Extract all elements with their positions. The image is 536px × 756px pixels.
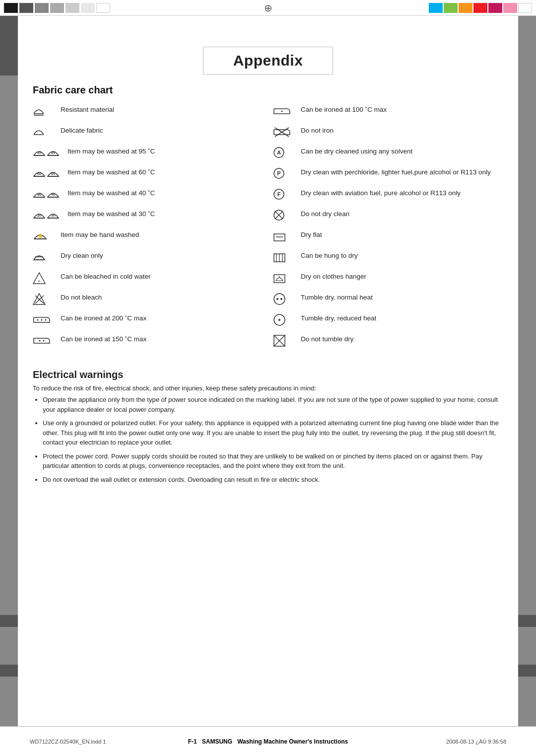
care-icon-notumble — [273, 333, 301, 347]
wash95-icon1: 95 — [33, 147, 46, 158]
dryflat-icon — [273, 230, 286, 242]
svg-point-34 — [281, 111, 283, 112]
swatch-pink — [503, 3, 517, 13]
care-item-dryclean-any: A Can be dry cleaned using any solvent — [273, 146, 503, 162]
care-label-iron200: Can be ironed at 200 ˚C max — [61, 312, 146, 323]
care-icon-resistant — [33, 104, 61, 116]
swatch-cyan — [429, 3, 443, 13]
footer-brand: SAMSUNG — [202, 738, 232, 745]
swatch-pale-gray — [66, 3, 79, 13]
care-label-dryclean: Dry clean only — [61, 250, 103, 260]
care-icon-hungdry — [273, 250, 301, 263]
wash40-icon1: 40 — [33, 188, 46, 200]
electrical-bullet-1: Operate the appliance only from the type… — [43, 395, 503, 414]
care-item-delicate: Delicate fabric — [33, 125, 263, 142]
svg-point-54 — [276, 298, 278, 300]
tumble-reduced-icon — [273, 313, 286, 326]
left-sidebar — [0, 16, 18, 726]
right-sidebar-mid — [518, 615, 536, 627]
svg-text:F: F — [277, 191, 281, 197]
care-item-nobleach: Do not bleach — [33, 292, 263, 308]
left-sidebar-mid — [0, 615, 18, 627]
wash60-icon2: 60 — [47, 167, 60, 179]
care-icon-iron100 — [273, 104, 301, 117]
care-icon-wash60: 60 60 — [33, 166, 67, 179]
care-item-dryclean: Dry clean only — [33, 250, 263, 267]
care-label-dryclean-f: Dry clean with aviation fuel, pure alcoh… — [301, 187, 461, 198]
page-footer: WD7122CZ-02540K_EN.indd 1 F-1 SAMSUNG Wa… — [0, 726, 536, 756]
crosshair-icon: ⊕ — [264, 2, 272, 14]
svg-rect-46 — [274, 234, 285, 241]
swatch-dark-gray — [19, 3, 33, 13]
care-label-nobleach: Do not bleach — [61, 292, 102, 302]
care-right-col: Can be ironed at 100 ˚C max Do not iron — [273, 104, 503, 354]
svg-point-53 — [274, 294, 285, 304]
care-icon-tumble-reduced — [273, 312, 301, 326]
care-item-bleachcold: o Can be bleached in cold water — [33, 271, 263, 288]
care-label-noiron: Do not iron — [301, 125, 334, 135]
iron150-icon — [33, 334, 51, 346]
care-item-hungdry: Can be hung to dry — [273, 250, 503, 267]
svg-text:30: 30 — [37, 214, 41, 217]
care-icon-tumble-normal — [273, 292, 301, 305]
fabric-care-title: Fabric care chart — [33, 84, 503, 96]
handwash-icon: ✋ — [33, 230, 48, 242]
resistant-icon — [33, 105, 45, 116]
care-label-delicate: Delicate fabric — [61, 125, 103, 135]
right-sidebar — [518, 16, 536, 726]
care-item-wash40: 40 40 Item may be washed at 40 ˚C — [33, 187, 263, 204]
care-item-dryclean-f: F Dry clean with aviation fuel, pure alc… — [273, 187, 503, 204]
wash60-icon1: 60 — [33, 167, 46, 179]
tumble-normal-icon — [273, 293, 286, 305]
nodryclean-icon — [273, 209, 285, 221]
care-item-resistant: Resistant material — [33, 104, 263, 121]
hungdry-icon — [273, 251, 286, 263]
care-label-tumble-normal: Tumble dry, normal heat — [301, 292, 373, 302]
care-icon-wash95: 95 95 — [33, 146, 67, 158]
care-item-notumble: Do not tumble dry — [273, 333, 503, 350]
swatch-light-gray — [50, 3, 64, 13]
wash95-icon2: 95 — [47, 147, 60, 158]
care-item-tumble-reduced: Tumble dry, reduced heat — [273, 312, 503, 329]
electrical-intro: To reduce the risk of fire, electrical s… — [33, 384, 503, 392]
care-item-iron200: Can be ironed at 200 ˚C max — [33, 312, 263, 329]
care-label-dryclean-p: Dry clean with perchloride, lighter fuel… — [301, 166, 491, 177]
svg-text:60: 60 — [37, 172, 41, 175]
swatch-green — [444, 3, 458, 13]
care-icon-dryclean-f: F — [273, 187, 301, 200]
svg-text:40: 40 — [37, 193, 41, 196]
left-swatches — [0, 0, 208, 15]
care-icon-dryclean-any: A — [273, 146, 301, 158]
swatch-red — [473, 3, 487, 13]
svg-text:40: 40 — [51, 193, 55, 196]
footer-date-info: 2008-08-13 ¿ÀÙ 9:36:58 — [358, 739, 506, 745]
care-icon-nobleach — [33, 292, 61, 305]
care-item-dryflat: Dry flat — [273, 229, 503, 246]
care-label-dryclean-any: Can be dry cleaned using any solvent — [301, 146, 412, 156]
top-color-bar: ⊕ — [0, 0, 536, 16]
care-icon-iron150 — [33, 333, 61, 346]
svg-rect-52 — [274, 275, 285, 283]
wash40-icon2: 40 — [47, 188, 60, 200]
care-icon-dryflat — [273, 229, 301, 242]
svg-point-29 — [37, 319, 39, 321]
svg-text:✋: ✋ — [38, 233, 44, 239]
care-item-wash30: 30 30 Item may be washed at 30 ˚C — [33, 208, 263, 225]
svg-point-55 — [280, 298, 282, 300]
care-item-nodryclean: Do not dry clean — [273, 208, 503, 225]
svg-text:60: 60 — [51, 172, 55, 175]
care-icon-hangerdry — [273, 271, 301, 284]
hangerdry-icon — [273, 272, 286, 284]
footer-doc-title: Washing Machine Owner's Instructions — [237, 738, 348, 745]
left-sidebar-bot — [0, 665, 18, 677]
right-sidebar-bot — [518, 665, 536, 677]
swatch-orange — [459, 3, 472, 13]
notumble-icon — [273, 334, 286, 347]
swatch-mid-gray — [35, 3, 49, 13]
svg-point-33 — [43, 340, 45, 342]
care-icon-wash40: 40 40 — [33, 187, 67, 200]
svg-text:A: A — [277, 150, 281, 155]
care-item-tumble-normal: Tumble dry, normal heat — [273, 292, 503, 308]
care-label-dryflat: Dry flat — [301, 229, 322, 239]
care-icon-noiron — [273, 125, 301, 139]
